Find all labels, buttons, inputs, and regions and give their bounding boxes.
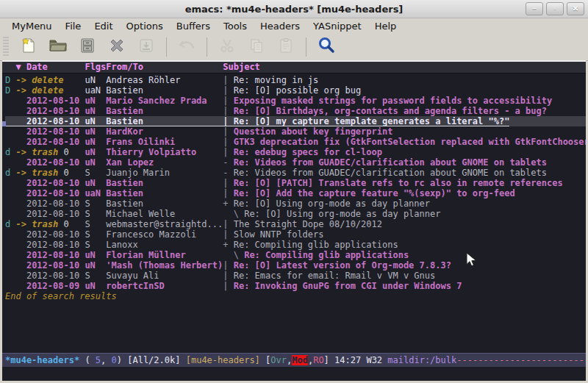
end-of-search-results: End of search results bbox=[5, 291, 586, 301]
message-row[interactable]: 2012-08-10 uN 'Mash (Thomas Herbert)| Re… bbox=[5, 260, 586, 271]
new-file-icon bbox=[20, 37, 37, 57]
headers-list: D -> delete uN Andreas Röhler | Re: movi… bbox=[2, 74, 586, 353]
window-controls: –▫✕ bbox=[526, 2, 584, 15]
search-icon bbox=[317, 36, 336, 58]
clipboard-icon bbox=[277, 37, 295, 57]
close-buffer-button[interactable] bbox=[106, 37, 128, 57]
echo-area[interactable] bbox=[2, 367, 586, 381]
message-row[interactable]: 2012-08-10 uaN Bastien | Re: [O] Add the… bbox=[5, 188, 586, 198]
message-row[interactable]: 2012-08-10 uN Frans Oilinki | GTK3 depre… bbox=[5, 137, 586, 147]
scissors-icon bbox=[218, 37, 236, 57]
menu-buffers[interactable]: Buffers bbox=[171, 20, 216, 32]
toolbar-separator bbox=[207, 37, 207, 57]
message-row[interactable]: 2012-08-10 uN Mario Sanchez Prada | Expo… bbox=[5, 96, 586, 106]
message-row[interactable]: 2012-08-10 S Suvayu Ali | Re: Emacs for … bbox=[5, 271, 586, 281]
save-buffer-button[interactable] bbox=[135, 37, 157, 57]
message-row[interactable]: 2012-08-10 uN Bastien | Re: [O] my captu… bbox=[5, 116, 586, 126]
message-row[interactable]: 2012-08-10 S Francesco Mazzoli | Slow NN… bbox=[5, 229, 586, 240]
message-row[interactable]: 2012-08-10 uN Florian Müllner \ Re: Comp… bbox=[5, 250, 586, 260]
search-button[interactable] bbox=[315, 37, 337, 57]
message-row[interactable]: d -> trash 0 S Juanjo Marin - Re: Videos… bbox=[5, 168, 586, 178]
mode-line: *mu4e-headers* ( 5, 0) [All/2.0k] [mu4e-… bbox=[2, 353, 586, 367]
undo-button[interactable] bbox=[176, 37, 198, 57]
message-row[interactable]: 2012-08-10 uN HardKor | Question about k… bbox=[5, 126, 586, 137]
message-row[interactable]: 2012-08-10 uN Bastien | Re: [O] [PATCH] … bbox=[5, 178, 586, 188]
mouse-cursor bbox=[466, 252, 478, 271]
message-row[interactable]: 2012-08-10 S Michael Welle \ Re: [O] Usi… bbox=[5, 209, 586, 219]
cut-button[interactable] bbox=[216, 37, 238, 57]
message-row[interactable]: D -> delete uaN Bastien | Re: [O] possib… bbox=[5, 85, 586, 96]
title-bar[interactable]: emacs: *mu4e-headers* [mu4e-headers] –▫✕ bbox=[0, 0, 588, 18]
copy-button[interactable] bbox=[245, 37, 268, 57]
file-cabinet-button[interactable] bbox=[76, 37, 98, 57]
message-row[interactable]: D -> delete uN Andreas Röhler | Re: movi… bbox=[5, 75, 586, 85]
menu-headers[interactable]: Headers bbox=[254, 20, 306, 32]
save-icon bbox=[137, 37, 155, 57]
window-title: emacs: *mu4e-headers* [mu4e-headers] bbox=[0, 4, 588, 15]
column-header-row: ▼ Date FlgsFrom/To Subject bbox=[5, 62, 586, 72]
editor-area: ▼ Date FlgsFrom/To Subject D -> delete u… bbox=[2, 60, 586, 381]
minimize-button[interactable]: – bbox=[526, 2, 543, 15]
message-row[interactable]: 2012-08-10 uN Xan Lopez - Re: Videos fro… bbox=[5, 157, 586, 168]
close-x-icon bbox=[108, 37, 126, 57]
new-file-button[interactable] bbox=[18, 37, 40, 57]
current-line-fringe-marker bbox=[2, 121, 6, 126]
toolbar-grip-handle[interactable] bbox=[3, 37, 9, 57]
toolbar-separator bbox=[166, 37, 167, 57]
menu-yasnippet[interactable]: YASnippet bbox=[307, 20, 368, 32]
maximize-button[interactable]: ▫ bbox=[546, 2, 564, 15]
menu-mymenu[interactable]: MyMenu bbox=[6, 20, 58, 32]
emacs-window: emacs: *mu4e-headers* [mu4e-headers] –▫✕… bbox=[0, 0, 588, 383]
file-cabinet-icon bbox=[79, 37, 96, 57]
message-row[interactable]: 2012-08-09 uN robertcInSD | Re: Invoking… bbox=[5, 281, 586, 291]
message-row[interactable]: d -> trash 0 S webmaster@straightd...| T… bbox=[5, 219, 586, 229]
toolbar-separator bbox=[306, 37, 306, 57]
message-row[interactable]: 2012-08-10 uN Bastien | Re: [O] Birthday… bbox=[5, 106, 586, 116]
headers-column-header[interactable]: ▼ Date FlgsFrom/To Subject bbox=[2, 62, 586, 74]
toolbar bbox=[0, 34, 588, 61]
message-row[interactable]: d -> trash 0 uN Thierry Volpiatto | Re: … bbox=[5, 147, 586, 157]
open-folder-icon bbox=[49, 37, 68, 57]
paste-button[interactable] bbox=[275, 37, 297, 57]
message-row[interactable]: 2012-08-10 S Bastien + Re: [O] Using org… bbox=[5, 198, 586, 209]
close-button[interactable]: ✕ bbox=[567, 2, 584, 15]
message-row[interactable]: 2012-08-10 S Lanoxx + Re: Compiling glib… bbox=[5, 240, 586, 250]
menu-edit[interactable]: Edit bbox=[88, 20, 118, 32]
undo-icon bbox=[177, 37, 196, 57]
menu-help[interactable]: Help bbox=[369, 20, 403, 32]
menu-bar: MyMenuFileEditOptionsBuffersToolsHeaders… bbox=[0, 18, 588, 34]
copy-icon bbox=[248, 37, 265, 57]
menu-options[interactable]: Options bbox=[121, 20, 169, 32]
menu-file[interactable]: File bbox=[60, 20, 87, 32]
open-folder-button[interactable] bbox=[47, 37, 69, 57]
menu-tools[interactable]: Tools bbox=[218, 20, 253, 32]
